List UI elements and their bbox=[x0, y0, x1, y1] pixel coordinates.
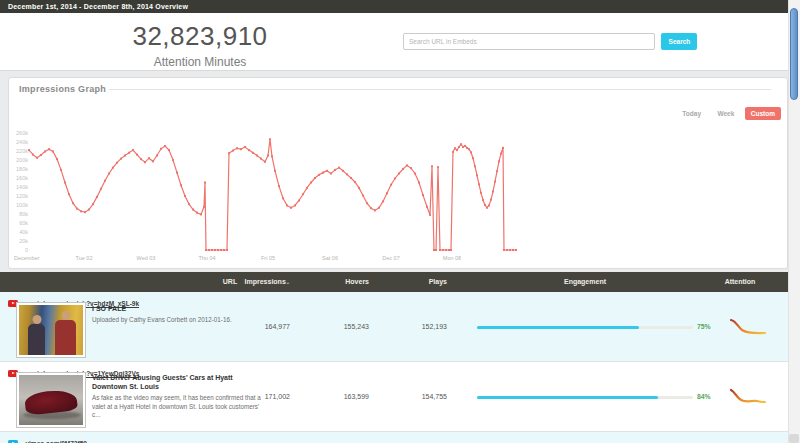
search-button[interactable]: Search bbox=[661, 33, 697, 50]
svg-text:December: December bbox=[14, 255, 40, 261]
hovers-value: 155,243 bbox=[290, 323, 369, 330]
video-url-line: vimeo.com/0M73f59 bbox=[8, 434, 87, 443]
thumbnail-image bbox=[19, 375, 83, 425]
svg-text:Thu 04: Thu 04 bbox=[198, 255, 215, 261]
svg-text:220k: 220k bbox=[16, 148, 28, 154]
table-header-row: URL Impressions⌄ Hovers Plays Engagement… bbox=[0, 272, 788, 292]
engagement-bar bbox=[477, 396, 693, 399]
hovers-value: 163,599 bbox=[290, 393, 369, 400]
table-row: vimeo.com/0M73f59 bbox=[0, 432, 788, 443]
svg-text:80k: 80k bbox=[19, 211, 28, 217]
engagement-percent: 84% bbox=[697, 393, 711, 400]
plays-value: 152,193 bbox=[368, 323, 447, 330]
attention-minutes-value: 32,823,910 bbox=[0, 21, 400, 52]
video-title[interactable]: I SO PALE bbox=[92, 304, 262, 313]
impressions-graph-panel: Impressions Graph Today Week Custom 020k… bbox=[8, 77, 788, 269]
column-header-attention[interactable]: Attention bbox=[700, 272, 780, 292]
plays-value: 154,755 bbox=[368, 393, 447, 400]
dashboard-page: December 1st, 2014 - December 8th, 2014 … bbox=[0, 0, 800, 443]
embeds-table: URL Impressions⌄ Hovers Plays Engagement… bbox=[0, 272, 788, 443]
svg-text:Tue 02: Tue 02 bbox=[76, 255, 93, 261]
engagement-bar-fill bbox=[477, 326, 639, 329]
svg-text:60k: 60k bbox=[19, 220, 28, 226]
svg-text:120k: 120k bbox=[16, 193, 28, 199]
svg-text:260k: 260k bbox=[16, 130, 28, 136]
attention-minutes-label: Attention Minutes bbox=[0, 55, 400, 69]
svg-text:Wed 03: Wed 03 bbox=[137, 255, 156, 261]
graph-title: Impressions Graph bbox=[19, 84, 106, 94]
video-title[interactable]: Valet Driver Abusing Guests' Cars at Hya… bbox=[92, 373, 262, 391]
column-header-plays[interactable]: Plays bbox=[368, 272, 447, 292]
column-header-impressions[interactable]: Impressions⌄ bbox=[210, 272, 290, 292]
table-row: youtube.com/watch?v=1YewDgj32Vs Valet Dr… bbox=[0, 362, 788, 432]
impressions-value: 164,977 bbox=[210, 323, 290, 330]
divider bbox=[109, 89, 771, 90]
impressions-line-chart: 020k40k60k80k100k120k140k160k180k200k220… bbox=[9, 112, 789, 268]
attention-minutes-metric: 32,823,910 Attention Minutes bbox=[0, 21, 400, 69]
overview-panel: 32,823,910 Attention Minutes Search bbox=[0, 13, 788, 71]
svg-text:Mon 08: Mon 08 bbox=[443, 255, 461, 261]
engagement-bar bbox=[477, 326, 693, 329]
svg-text:240k: 240k bbox=[16, 139, 28, 145]
video-thumbnail[interactable] bbox=[16, 302, 86, 358]
svg-text:160k: 160k bbox=[16, 175, 28, 181]
scrollbar-corner bbox=[789, 434, 799, 443]
svg-text:140k: 140k bbox=[16, 184, 28, 190]
svg-text:0: 0 bbox=[25, 247, 28, 253]
svg-text:Dec 07: Dec 07 bbox=[382, 255, 399, 261]
column-header-hovers[interactable]: Hovers bbox=[290, 272, 369, 292]
column-header-engagement[interactable]: Engagement bbox=[477, 272, 693, 292]
svg-text:100k: 100k bbox=[16, 202, 28, 208]
svg-text:Fri 05: Fri 05 bbox=[261, 255, 275, 261]
video-thumbnail[interactable] bbox=[16, 372, 86, 428]
svg-text:200k: 200k bbox=[16, 157, 28, 163]
attention-sparkline bbox=[728, 317, 768, 337]
date-range-bar: December 1st, 2014 - December 8th, 2014 … bbox=[0, 0, 788, 13]
engagement-bar-fill bbox=[477, 396, 658, 399]
svg-text:180k: 180k bbox=[16, 166, 28, 172]
svg-text:20k: 20k bbox=[19, 238, 28, 244]
impressions-value: 171,002 bbox=[210, 393, 290, 400]
date-range-title: December 1st, 2014 - December 8th, 2014 … bbox=[8, 3, 188, 10]
svg-text:Sat 06: Sat 06 bbox=[322, 255, 338, 261]
search-bar: Search bbox=[403, 33, 697, 51]
table-row: youtube.com/watch?v=hdzM_xSL-9k I SO PAL… bbox=[0, 292, 788, 362]
search-input[interactable] bbox=[403, 33, 655, 50]
engagement-percent: 75% bbox=[697, 323, 711, 330]
attention-sparkline bbox=[728, 387, 768, 407]
scrollbar-thumb[interactable] bbox=[790, 8, 798, 100]
svg-text:40k: 40k bbox=[19, 229, 28, 235]
thumbnail-image bbox=[19, 305, 83, 355]
